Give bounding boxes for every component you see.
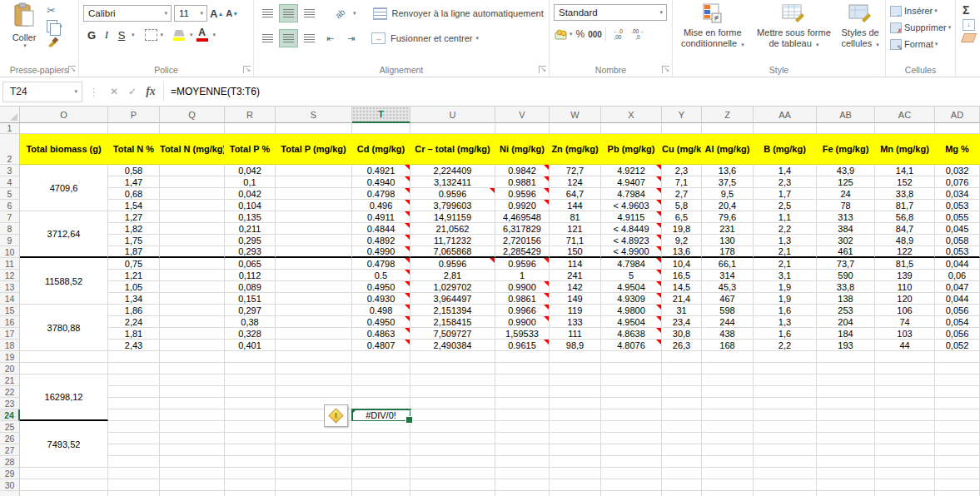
cell-X28[interactable] — [601, 456, 662, 468]
select-all-corner[interactable] — [0, 107, 20, 123]
cell-T17[interactable]: 0.4863 — [352, 328, 410, 340]
column-header-U[interactable]: U — [410, 107, 495, 123]
cell-X1[interactable] — [601, 123, 662, 134]
cell-Z10[interactable]: 178 — [702, 246, 754, 258]
cell-Y29[interactable] — [662, 468, 702, 479]
cell-U12[interactable]: 2,81 — [410, 270, 495, 281]
cell-U18[interactable]: 2,490384 — [410, 340, 495, 351]
cell-W18[interactable]: 98,9 — [550, 340, 601, 351]
number-dialog-launcher[interactable]: ↘ — [662, 66, 669, 73]
cell-Q7[interactable] — [160, 211, 225, 223]
cell-Y2[interactable]: Cu (mg/kg) — [662, 134, 702, 165]
cell-V26[interactable] — [495, 433, 550, 444]
cell-AD28[interactable] — [935, 456, 980, 468]
cell-AB21[interactable] — [817, 374, 875, 386]
cell-AA22[interactable] — [754, 386, 817, 398]
cell-U9[interactable]: 11,71232 — [410, 235, 495, 246]
cell-Q22[interactable] — [160, 386, 225, 398]
insert-function-button[interactable]: fx — [142, 85, 160, 98]
cell-Z8[interactable]: 231 — [702, 223, 754, 235]
cell-O31[interactable] — [20, 491, 108, 496]
cell-R12[interactable]: 0,112 — [225, 270, 276, 281]
cell-W8[interactable]: 121 — [550, 223, 601, 235]
cell-AD15[interactable]: 0,056 — [935, 305, 980, 316]
cell-U21[interactable] — [410, 374, 495, 386]
cell-P17[interactable]: 1,81 — [108, 328, 160, 340]
cell-AA13[interactable]: 1,9 — [754, 281, 817, 293]
cell-Q25[interactable] — [160, 421, 225, 433]
cell-U4[interactable]: 3,132411 — [410, 176, 495, 188]
cell-R14[interactable]: 0,151 — [225, 293, 276, 305]
cell-V20[interactable] — [495, 363, 550, 374]
cell-R18[interactable]: 0,401 — [225, 340, 276, 351]
cell-P18[interactable]: 2,43 — [108, 340, 160, 351]
cell-W31[interactable] — [550, 491, 601, 496]
cell-AD20[interactable] — [935, 363, 980, 374]
row-header-13[interactable]: 13 — [0, 281, 20, 293]
cell-AB5[interactable]: 24 — [817, 188, 875, 200]
cell-R30[interactable] — [225, 479, 276, 491]
cell-AA20[interactable] — [754, 363, 817, 374]
cell-AD7[interactable]: 0,055 — [935, 211, 980, 223]
cell-AD1[interactable] — [935, 123, 980, 134]
cell-Q23[interactable] — [160, 398, 225, 409]
cell-Q31[interactable] — [160, 491, 225, 496]
cell-V31[interactable] — [495, 491, 550, 496]
cell-R31[interactable] — [225, 491, 276, 496]
format-painter-button[interactable] — [47, 36, 62, 51]
row-header-21[interactable]: 21 — [0, 374, 20, 386]
cell-V30[interactable] — [495, 479, 550, 491]
cell-U25[interactable] — [410, 421, 495, 433]
cell-T25[interactable] — [352, 421, 410, 433]
cell-P5[interactable]: 0,68 — [108, 188, 160, 200]
cell-R25[interactable] — [225, 421, 276, 433]
accounting-format-button[interactable]: ▾ — [555, 29, 573, 40]
cell-AA3[interactable]: 1,4 — [754, 165, 817, 176]
cell-R22[interactable] — [225, 386, 276, 398]
row-header-12[interactable]: 12 — [0, 270, 20, 281]
bold-button[interactable]: G — [85, 29, 98, 42]
cell-T11[interactable]: 0.4798 — [352, 258, 410, 270]
cell-X24[interactable] — [601, 409, 662, 421]
cell-AC21[interactable] — [875, 374, 935, 386]
cell-P8[interactable]: 1,82 — [108, 223, 160, 235]
cell-Z29[interactable] — [702, 468, 754, 479]
cell-X31[interactable] — [601, 491, 662, 496]
cell-R5[interactable]: 0,042 — [225, 188, 276, 200]
cell-AB10[interactable]: 461 — [817, 246, 875, 258]
cell-P12[interactable]: 1,21 — [108, 270, 160, 281]
cell-AC15[interactable]: 106 — [875, 305, 935, 316]
row-header-18[interactable]: 18 — [0, 340, 20, 351]
align-center-button[interactable] — [279, 29, 298, 47]
cell-R29[interactable] — [225, 468, 276, 479]
row-header-17[interactable]: 17 — [0, 328, 20, 340]
font-size-combo[interactable]: 11▾ — [174, 5, 207, 22]
column-header-P[interactable]: P — [108, 107, 160, 123]
column-header-AB[interactable]: AB — [817, 107, 875, 123]
cell-AD2[interactable]: Mg % — [935, 134, 980, 165]
cell-AB24[interactable] — [817, 409, 875, 421]
cell-AC5[interactable]: 33,8 — [875, 188, 935, 200]
formula-input[interactable]: =MOYENNE(T3:T6) — [171, 86, 260, 97]
autosum-button[interactable]: Σ — [963, 3, 980, 17]
cell-Q18[interactable] — [160, 340, 225, 351]
cell-T6[interactable]: 0.496 — [352, 200, 410, 211]
cell-Y20[interactable] — [662, 363, 702, 374]
cell-Y31[interactable] — [662, 491, 702, 496]
cell-X13[interactable]: 4.9504 — [601, 281, 662, 293]
cell-R8[interactable]: 0,211 — [225, 223, 276, 235]
cell-O20[interactable] — [20, 363, 108, 374]
cell-V19[interactable] — [495, 351, 550, 363]
cell-T5[interactable]: 0.4798 — [352, 188, 410, 200]
cell-O21-merged[interactable]: 16298,12 — [20, 374, 108, 421]
row-header-26[interactable]: 26 — [0, 433, 20, 444]
cell-V3[interactable]: 0.9842 — [495, 165, 550, 176]
cell-R11[interactable]: 0,065 — [225, 258, 276, 270]
cell-T3[interactable]: 0.4921 — [352, 165, 410, 176]
cell-AB4[interactable]: 125 — [817, 176, 875, 188]
cell-T23[interactable] — [352, 398, 410, 409]
cell-U27[interactable] — [410, 444, 495, 456]
name-box[interactable]: T24 ▾ — [2, 82, 82, 102]
cell-AD22[interactable] — [935, 386, 980, 398]
cell-AB25[interactable] — [817, 421, 875, 433]
